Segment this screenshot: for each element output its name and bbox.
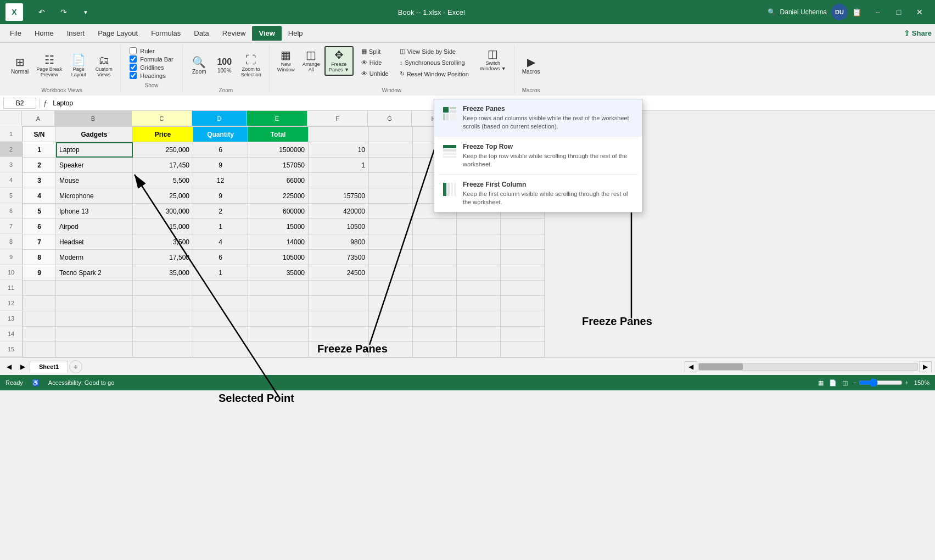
row-header-6[interactable]: 6 bbox=[0, 203, 22, 219]
share-button[interactable]: ⇧ Share bbox=[904, 29, 932, 37]
sheet-view-icon[interactable]: ▦ bbox=[818, 379, 824, 387]
cell-i13[interactable] bbox=[457, 311, 501, 327]
cell-f9[interactable]: 73500 bbox=[309, 250, 369, 265]
cell-h10[interactable] bbox=[413, 265, 457, 281]
cell-j13[interactable] bbox=[501, 311, 545, 327]
cell-b4[interactable]: Mouse bbox=[56, 173, 133, 188]
arrange-all-button[interactable]: ◫ ArrangeAll bbox=[299, 46, 323, 76]
cell-e1[interactable]: Total bbox=[248, 127, 309, 142]
cell-d14[interactable] bbox=[193, 327, 248, 342]
row-header-13[interactable]: 13 bbox=[0, 311, 22, 326]
cell-f4[interactable] bbox=[309, 173, 369, 188]
col-header-d[interactable]: D bbox=[192, 111, 247, 126]
cell-e11[interactable] bbox=[248, 281, 309, 296]
cell-f8[interactable]: 9800 bbox=[309, 234, 369, 250]
row-header-3[interactable]: 3 bbox=[0, 157, 22, 172]
cell-f14[interactable] bbox=[309, 327, 369, 342]
cell-j15[interactable] bbox=[501, 342, 545, 357]
freeze-top-row-option[interactable]: Freeze Top Row Keep the top row visible … bbox=[434, 137, 642, 175]
cell-d8[interactable]: 4 bbox=[193, 234, 248, 250]
cell-b3[interactable]: Speaker bbox=[56, 158, 133, 173]
cell-a6[interactable]: 5 bbox=[23, 204, 56, 219]
zoom-button[interactable]: 🔍 Zoom bbox=[187, 54, 211, 77]
freeze-panes-button[interactable]: ✥ FreezePanes ▼ bbox=[324, 46, 354, 76]
cell-a11[interactable] bbox=[23, 281, 56, 296]
cell-e5[interactable]: 225000 bbox=[248, 188, 309, 204]
search-icon[interactable]: 🔍 bbox=[768, 8, 776, 16]
cell-j8[interactable] bbox=[501, 234, 545, 250]
cell-e4[interactable]: 66000 bbox=[248, 173, 309, 188]
hscroll-track[interactable] bbox=[698, 363, 918, 371]
tab-review[interactable]: Review bbox=[216, 26, 253, 41]
cell-i10[interactable] bbox=[457, 265, 501, 281]
cell-c12[interactable] bbox=[133, 296, 193, 311]
cell-a12[interactable] bbox=[23, 296, 56, 311]
sheet-tab-sheet1[interactable]: Sheet1 bbox=[30, 361, 68, 373]
cell-i8[interactable] bbox=[457, 234, 501, 250]
cell-e9[interactable]: 105000 bbox=[248, 250, 309, 265]
customize-qat-button[interactable]: ▼ bbox=[76, 3, 96, 21]
close-button[interactable]: ✕ bbox=[910, 3, 930, 21]
cell-c2[interactable]: 250,000 bbox=[133, 142, 193, 158]
cell-b2[interactable]: Laptop bbox=[56, 142, 133, 158]
cell-g5[interactable] bbox=[369, 188, 413, 204]
col-header-f[interactable]: F bbox=[307, 111, 368, 126]
col-header-b[interactable]: B bbox=[55, 111, 132, 126]
cell-j12[interactable] bbox=[501, 296, 545, 311]
cell-a3[interactable]: 2 bbox=[23, 158, 56, 173]
cell-c3[interactable]: 17,450 bbox=[133, 158, 193, 173]
gridlines-checkbox[interactable] bbox=[130, 64, 137, 71]
cell-c1[interactable]: Price bbox=[133, 127, 193, 142]
cell-g14[interactable] bbox=[369, 327, 413, 342]
split-button[interactable]: ▦ Split bbox=[358, 46, 392, 57]
cell-i7[interactable] bbox=[457, 219, 501, 234]
cell-b6[interactable]: Iphone 13 bbox=[56, 204, 133, 219]
synchronous-scrolling-button[interactable]: ↕ Synchronous Scrolling bbox=[396, 58, 472, 68]
hscroll-left[interactable]: ◀ bbox=[685, 361, 697, 372]
cell-i12[interactable] bbox=[457, 296, 501, 311]
cell-a9[interactable]: 8 bbox=[23, 250, 56, 265]
cell-b7[interactable]: Airpod bbox=[56, 219, 133, 234]
cell-f10[interactable]: 24500 bbox=[309, 265, 369, 281]
undo-button[interactable]: ↶ bbox=[32, 3, 52, 21]
hscroll-right[interactable]: ▶ bbox=[919, 361, 932, 372]
cell-f15[interactable] bbox=[309, 342, 369, 357]
cell-a4[interactable]: 3 bbox=[23, 173, 56, 188]
cell-b8[interactable]: Headset bbox=[56, 234, 133, 250]
gridlines-checkbox-row[interactable]: Gridlines bbox=[130, 64, 173, 71]
maximize-button[interactable]: □ bbox=[889, 3, 909, 21]
headings-checkbox-row[interactable]: Headings bbox=[130, 72, 173, 79]
cell-a8[interactable]: 7 bbox=[23, 234, 56, 250]
cell-c9[interactable]: 17,500 bbox=[133, 250, 193, 265]
cell-b10[interactable]: Tecno Spark 2 bbox=[56, 265, 133, 281]
cell-c5[interactable]: 25,000 bbox=[133, 188, 193, 204]
col-header-e[interactable]: E bbox=[247, 111, 307, 126]
cell-d5[interactable]: 9 bbox=[193, 188, 248, 204]
cell-reference-box[interactable] bbox=[3, 98, 36, 109]
cell-a13[interactable] bbox=[23, 311, 56, 327]
cell-e14[interactable] bbox=[248, 327, 309, 342]
sheet-nav-next[interactable]: ▶ bbox=[17, 362, 29, 372]
cell-i11[interactable] bbox=[457, 281, 501, 296]
cell-g1[interactable] bbox=[369, 127, 413, 142]
formula-bar-checkbox[interactable] bbox=[130, 55, 137, 63]
tab-help[interactable]: Help bbox=[282, 26, 310, 41]
cell-g8[interactable] bbox=[369, 234, 413, 250]
cell-g3[interactable] bbox=[369, 158, 413, 173]
formula-bar-checkbox-row[interactable]: Formula Bar bbox=[130, 55, 173, 63]
cell-f1[interactable] bbox=[309, 127, 369, 142]
cell-b13[interactable] bbox=[56, 311, 133, 327]
cell-c13[interactable] bbox=[133, 311, 193, 327]
macros-button[interactable]: ▶ Macros bbox=[519, 54, 544, 77]
ruler-checkbox[interactable] bbox=[130, 47, 137, 54]
ribbon-display-options-icon[interactable]: 📋 bbox=[852, 8, 861, 16]
cell-f2[interactable]: 10 bbox=[309, 142, 369, 158]
cell-a10[interactable]: 9 bbox=[23, 265, 56, 281]
cell-a2[interactable]: 1 bbox=[23, 142, 56, 158]
cell-e7[interactable]: 15000 bbox=[248, 219, 309, 234]
custom-views-button[interactable]: 🗂 CustomViews bbox=[92, 52, 116, 80]
tab-view[interactable]: View bbox=[252, 26, 281, 41]
row-header-9[interactable]: 9 bbox=[0, 249, 22, 265]
cell-g7[interactable] bbox=[369, 219, 413, 234]
cell-h13[interactable] bbox=[413, 311, 457, 327]
